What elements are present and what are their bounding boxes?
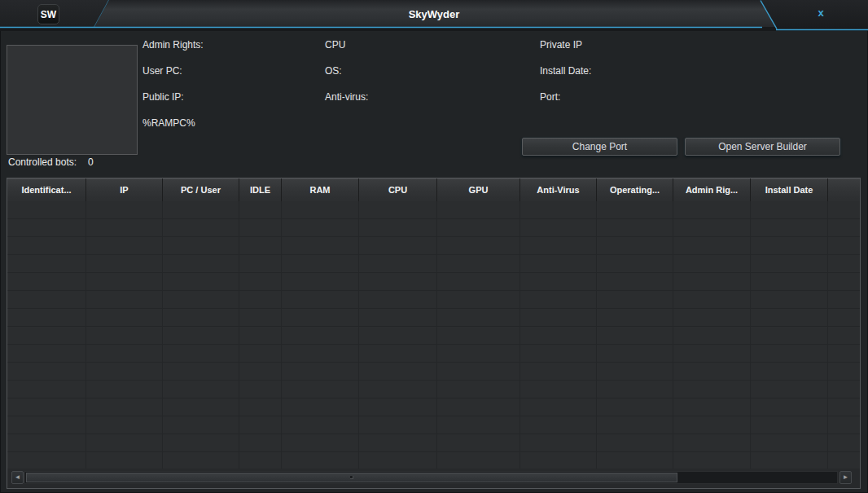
table-row [7, 201, 860, 219]
label-admin-rights: Admin Rights: [142, 39, 204, 51]
column-header-operating[interactable]: Operating... [597, 178, 673, 201]
grid-vline [358, 201, 359, 470]
table-row [7, 273, 860, 291]
table-row [7, 327, 860, 345]
window-title: SkyWyder [0, 8, 868, 20]
table-row [7, 255, 860, 273]
column-header-cpu[interactable]: CPU [359, 178, 437, 201]
column-header-gpu[interactable]: GPU [437, 178, 520, 201]
horizontal-scrollbar-thumb[interactable] [26, 473, 677, 482]
column-header-admin-rig[interactable]: Admin Rig... [673, 178, 751, 201]
column-header-install-date[interactable]: Install Date [751, 178, 828, 201]
grid-vline [281, 201, 282, 470]
table-row [7, 416, 860, 434]
label-port: Port: [540, 91, 560, 103]
table-row [7, 237, 860, 255]
column-header-pc-user[interactable]: PC / User [163, 178, 239, 201]
column-header-idle[interactable]: IDLE [239, 178, 282, 201]
label-user-pc: User PC: [142, 65, 182, 77]
table-row [7, 363, 860, 381]
horizontal-scrollbar-track[interactable] [24, 471, 838, 484]
table-row [7, 219, 860, 237]
app-window: SW SkyWyder x Controlled bots: 0 Admin R… [0, 0, 868, 493]
label-install-date: Install Date: [540, 65, 591, 77]
scrollbar-grip-icon [350, 476, 353, 479]
scroll-left-button[interactable]: ◄ [11, 471, 24, 484]
table-row [7, 434, 860, 452]
table-row [7, 345, 860, 363]
grid-vline [827, 201, 828, 470]
column-header-filler [828, 178, 860, 201]
label-anti-virus: Anti-virus: [325, 91, 368, 103]
controlled-bots-line: Controlled bots: 0 [8, 156, 94, 168]
bots-table: Identificat...IPPC / UserIDLERAMCPUGPUAn… [7, 178, 861, 489]
grid-vline [162, 201, 163, 470]
titlebar: SW SkyWyder x [0, 0, 868, 31]
bot-preview-box [7, 45, 138, 155]
table-row [7, 309, 860, 327]
column-header-ram[interactable]: RAM [282, 178, 359, 201]
label-os: OS: [325, 65, 342, 77]
column-header-identificat[interactable]: Identificat... [7, 178, 86, 201]
grid-vline [85, 201, 86, 470]
table-row [7, 381, 860, 398]
table-footer: ◄ ► [7, 469, 860, 488]
column-header-ip[interactable]: IP [86, 178, 163, 201]
grid-vline [596, 201, 597, 470]
label-public-ip: Public IP: [142, 91, 184, 103]
table-row [7, 398, 860, 416]
controlled-bots-count: 0 [88, 156, 94, 168]
label-cpu: CPU [325, 39, 345, 51]
column-header-anti-virus[interactable]: Anti-Virus [520, 178, 597, 201]
table-body [7, 201, 860, 470]
close-button[interactable]: x [808, 7, 834, 23]
table-row [7, 291, 860, 309]
open-server-builder-button[interactable]: Open Server Builder [685, 138, 840, 156]
label-private-ip: Private IP [540, 39, 582, 51]
controlled-bots-label: Controlled bots: [8, 156, 77, 168]
grid-vline [239, 201, 239, 470]
scroll-right-button[interactable]: ► [840, 471, 852, 484]
label-rampc: %RAMPC% [142, 117, 195, 129]
grid-vline [519, 201, 520, 470]
grid-vline [673, 201, 673, 470]
grid-vline [436, 201, 437, 470]
change-port-button[interactable]: Change Port [522, 138, 677, 156]
table-row [7, 452, 860, 470]
table-header-row: Identificat...IPPC / UserIDLERAMCPUGPUAn… [7, 178, 860, 201]
grid-vline [750, 201, 751, 470]
